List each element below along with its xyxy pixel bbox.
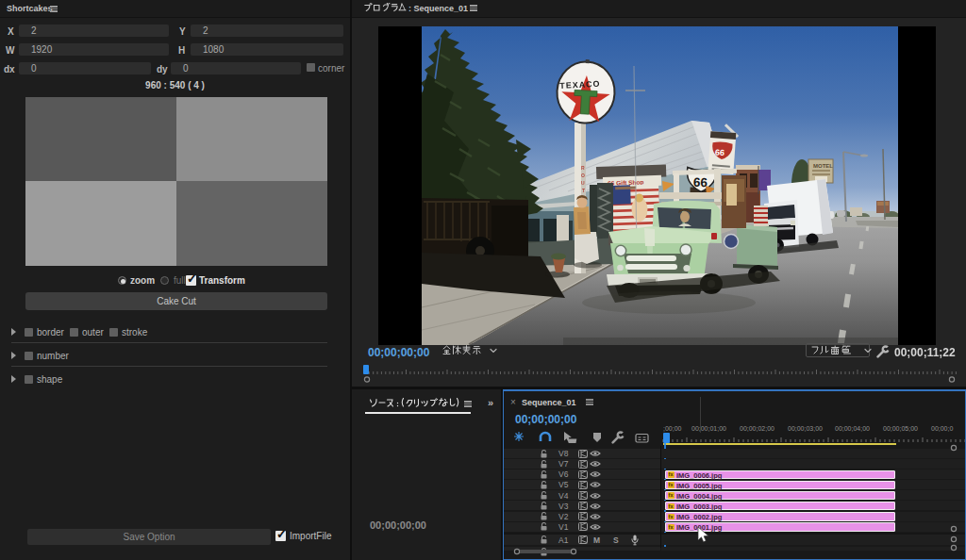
svg-text:MOTEL: MOTEL [813, 163, 833, 169]
svg-text:U: U [581, 180, 585, 186]
svg-text:T: T [582, 188, 585, 193]
svg-text:R: R [581, 165, 585, 171]
svg-text:O: O [581, 173, 585, 178]
svg-text:66: 66 [715, 148, 725, 158]
